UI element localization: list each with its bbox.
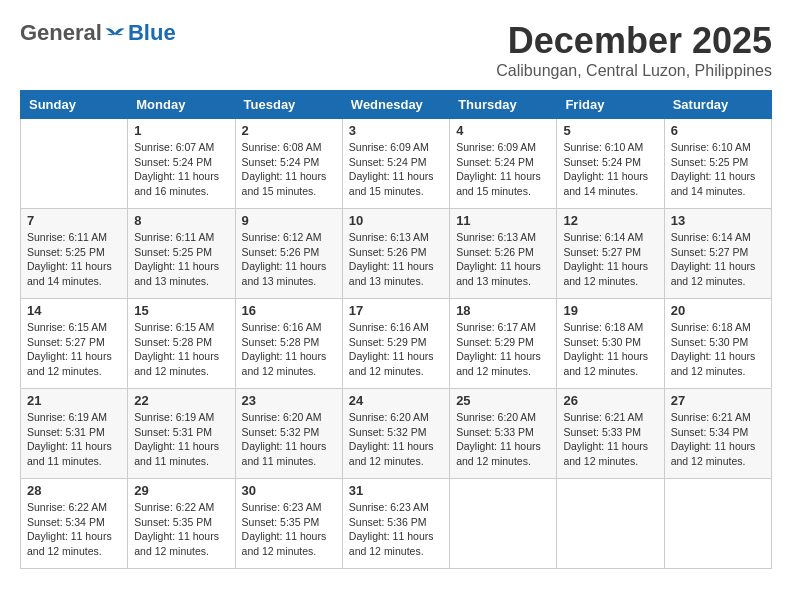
calendar-cell: 14Sunrise: 6:15 AM Sunset: 5:27 PM Dayli…	[21, 299, 128, 389]
day-info: Sunrise: 6:13 AM Sunset: 5:26 PM Dayligh…	[456, 230, 550, 289]
logo-general-text: General	[20, 20, 102, 46]
day-number: 2	[242, 123, 336, 138]
day-number: 14	[27, 303, 121, 318]
day-info: Sunrise: 6:20 AM Sunset: 5:33 PM Dayligh…	[456, 410, 550, 469]
day-info: Sunrise: 6:21 AM Sunset: 5:33 PM Dayligh…	[563, 410, 657, 469]
calendar-week-row: 1Sunrise: 6:07 AM Sunset: 5:24 PM Daylig…	[21, 119, 772, 209]
day-number: 24	[349, 393, 443, 408]
day-info: Sunrise: 6:22 AM Sunset: 5:34 PM Dayligh…	[27, 500, 121, 559]
day-number: 4	[456, 123, 550, 138]
day-info: Sunrise: 6:14 AM Sunset: 5:27 PM Dayligh…	[563, 230, 657, 289]
day-number: 23	[242, 393, 336, 408]
day-number: 16	[242, 303, 336, 318]
day-number: 10	[349, 213, 443, 228]
logo-bird-icon	[104, 24, 126, 42]
day-number: 17	[349, 303, 443, 318]
day-number: 22	[134, 393, 228, 408]
day-info: Sunrise: 6:11 AM Sunset: 5:25 PM Dayligh…	[27, 230, 121, 289]
day-number: 1	[134, 123, 228, 138]
calendar-cell: 27Sunrise: 6:21 AM Sunset: 5:34 PM Dayli…	[664, 389, 771, 479]
day-info: Sunrise: 6:14 AM Sunset: 5:27 PM Dayligh…	[671, 230, 765, 289]
calendar-cell: 22Sunrise: 6:19 AM Sunset: 5:31 PM Dayli…	[128, 389, 235, 479]
calendar-cell: 7Sunrise: 6:11 AM Sunset: 5:25 PM Daylig…	[21, 209, 128, 299]
calendar-cell: 19Sunrise: 6:18 AM Sunset: 5:30 PM Dayli…	[557, 299, 664, 389]
day-info: Sunrise: 6:19 AM Sunset: 5:31 PM Dayligh…	[27, 410, 121, 469]
calendar-cell: 12Sunrise: 6:14 AM Sunset: 5:27 PM Dayli…	[557, 209, 664, 299]
day-info: Sunrise: 6:22 AM Sunset: 5:35 PM Dayligh…	[134, 500, 228, 559]
calendar-table: SundayMondayTuesdayWednesdayThursdayFrid…	[20, 90, 772, 569]
calendar-cell: 15Sunrise: 6:15 AM Sunset: 5:28 PM Dayli…	[128, 299, 235, 389]
day-number: 11	[456, 213, 550, 228]
day-info: Sunrise: 6:12 AM Sunset: 5:26 PM Dayligh…	[242, 230, 336, 289]
calendar-cell: 26Sunrise: 6:21 AM Sunset: 5:33 PM Dayli…	[557, 389, 664, 479]
day-number: 21	[27, 393, 121, 408]
calendar-cell: 5Sunrise: 6:10 AM Sunset: 5:24 PM Daylig…	[557, 119, 664, 209]
calendar-cell: 6Sunrise: 6:10 AM Sunset: 5:25 PM Daylig…	[664, 119, 771, 209]
weekday-header: Sunday	[21, 91, 128, 119]
day-info: Sunrise: 6:23 AM Sunset: 5:36 PM Dayligh…	[349, 500, 443, 559]
day-number: 31	[349, 483, 443, 498]
day-number: 20	[671, 303, 765, 318]
day-number: 25	[456, 393, 550, 408]
calendar-cell: 1Sunrise: 6:07 AM Sunset: 5:24 PM Daylig…	[128, 119, 235, 209]
day-info: Sunrise: 6:18 AM Sunset: 5:30 PM Dayligh…	[671, 320, 765, 379]
calendar-cell: 29Sunrise: 6:22 AM Sunset: 5:35 PM Dayli…	[128, 479, 235, 569]
day-info: Sunrise: 6:23 AM Sunset: 5:35 PM Dayligh…	[242, 500, 336, 559]
calendar-cell: 28Sunrise: 6:22 AM Sunset: 5:34 PM Dayli…	[21, 479, 128, 569]
calendar-week-row: 21Sunrise: 6:19 AM Sunset: 5:31 PM Dayli…	[21, 389, 772, 479]
weekday-header: Thursday	[450, 91, 557, 119]
day-info: Sunrise: 6:20 AM Sunset: 5:32 PM Dayligh…	[242, 410, 336, 469]
day-number: 30	[242, 483, 336, 498]
day-number: 5	[563, 123, 657, 138]
day-info: Sunrise: 6:15 AM Sunset: 5:28 PM Dayligh…	[134, 320, 228, 379]
day-info: Sunrise: 6:16 AM Sunset: 5:28 PM Dayligh…	[242, 320, 336, 379]
calendar-cell: 30Sunrise: 6:23 AM Sunset: 5:35 PM Dayli…	[235, 479, 342, 569]
day-info: Sunrise: 6:19 AM Sunset: 5:31 PM Dayligh…	[134, 410, 228, 469]
page-header: General Blue December 2025 Calibungan, C…	[20, 20, 772, 80]
calendar-cell: 24Sunrise: 6:20 AM Sunset: 5:32 PM Dayli…	[342, 389, 449, 479]
calendar-cell	[557, 479, 664, 569]
calendar-cell	[21, 119, 128, 209]
day-info: Sunrise: 6:07 AM Sunset: 5:24 PM Dayligh…	[134, 140, 228, 199]
day-number: 9	[242, 213, 336, 228]
day-info: Sunrise: 6:08 AM Sunset: 5:24 PM Dayligh…	[242, 140, 336, 199]
calendar-cell	[664, 479, 771, 569]
day-info: Sunrise: 6:16 AM Sunset: 5:29 PM Dayligh…	[349, 320, 443, 379]
calendar-cell: 16Sunrise: 6:16 AM Sunset: 5:28 PM Dayli…	[235, 299, 342, 389]
calendar-cell: 31Sunrise: 6:23 AM Sunset: 5:36 PM Dayli…	[342, 479, 449, 569]
calendar-cell: 11Sunrise: 6:13 AM Sunset: 5:26 PM Dayli…	[450, 209, 557, 299]
calendar-header-row: SundayMondayTuesdayWednesdayThursdayFrid…	[21, 91, 772, 119]
location-text: Calibungan, Central Luzon, Philippines	[496, 62, 772, 80]
calendar-cell: 21Sunrise: 6:19 AM Sunset: 5:31 PM Dayli…	[21, 389, 128, 479]
day-number: 6	[671, 123, 765, 138]
calendar-cell: 10Sunrise: 6:13 AM Sunset: 5:26 PM Dayli…	[342, 209, 449, 299]
weekday-header: Wednesday	[342, 91, 449, 119]
day-info: Sunrise: 6:20 AM Sunset: 5:32 PM Dayligh…	[349, 410, 443, 469]
month-title: December 2025	[496, 20, 772, 62]
calendar-week-row: 14Sunrise: 6:15 AM Sunset: 5:27 PM Dayli…	[21, 299, 772, 389]
calendar-cell: 18Sunrise: 6:17 AM Sunset: 5:29 PM Dayli…	[450, 299, 557, 389]
calendar-cell: 20Sunrise: 6:18 AM Sunset: 5:30 PM Dayli…	[664, 299, 771, 389]
day-number: 29	[134, 483, 228, 498]
calendar-cell: 4Sunrise: 6:09 AM Sunset: 5:24 PM Daylig…	[450, 119, 557, 209]
calendar-cell: 25Sunrise: 6:20 AM Sunset: 5:33 PM Dayli…	[450, 389, 557, 479]
day-number: 8	[134, 213, 228, 228]
calendar-week-row: 7Sunrise: 6:11 AM Sunset: 5:25 PM Daylig…	[21, 209, 772, 299]
day-number: 12	[563, 213, 657, 228]
day-info: Sunrise: 6:13 AM Sunset: 5:26 PM Dayligh…	[349, 230, 443, 289]
calendar-cell: 17Sunrise: 6:16 AM Sunset: 5:29 PM Dayli…	[342, 299, 449, 389]
day-number: 28	[27, 483, 121, 498]
calendar-cell: 23Sunrise: 6:20 AM Sunset: 5:32 PM Dayli…	[235, 389, 342, 479]
day-info: Sunrise: 6:15 AM Sunset: 5:27 PM Dayligh…	[27, 320, 121, 379]
day-number: 19	[563, 303, 657, 318]
weekday-header: Tuesday	[235, 91, 342, 119]
day-number: 26	[563, 393, 657, 408]
calendar-cell: 2Sunrise: 6:08 AM Sunset: 5:24 PM Daylig…	[235, 119, 342, 209]
day-info: Sunrise: 6:09 AM Sunset: 5:24 PM Dayligh…	[456, 140, 550, 199]
day-info: Sunrise: 6:11 AM Sunset: 5:25 PM Dayligh…	[134, 230, 228, 289]
calendar-cell: 3Sunrise: 6:09 AM Sunset: 5:24 PM Daylig…	[342, 119, 449, 209]
calendar-cell	[450, 479, 557, 569]
day-number: 18	[456, 303, 550, 318]
calendar-cell: 13Sunrise: 6:14 AM Sunset: 5:27 PM Dayli…	[664, 209, 771, 299]
title-block: December 2025 Calibungan, Central Luzon,…	[496, 20, 772, 80]
